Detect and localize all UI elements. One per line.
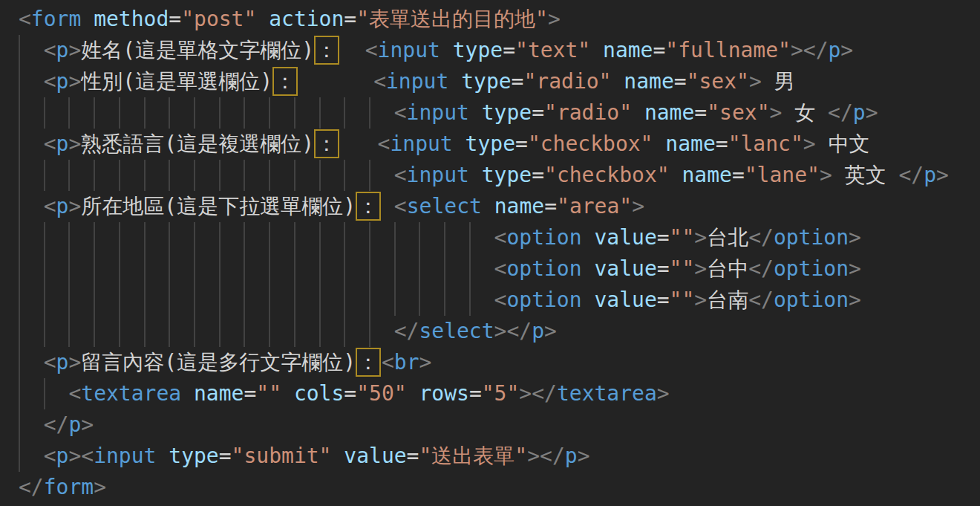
code-line: <option value="">台南</option> [19,285,980,316]
tag-punctuation: </ [540,444,565,468]
tag-name: input [407,100,469,125]
unicode-highlight-colon: ： [316,38,337,62]
tag-name: option [774,256,849,281]
code-line: <p>熟悉語言(這是複選欄位)： <input type="checkbox" … [19,129,980,160]
tag-punctuation: > [820,163,832,187]
tag-punctuation: > [68,350,81,374]
attribute-name: value [344,444,406,468]
plain-text: 中文 [816,132,870,156]
code-editor[interactable]: <form method="post" action="表單送出的目的地"><p… [0,0,980,506]
whitespace [448,69,461,94]
indent-guides [19,129,44,160]
tag-name: p [56,444,69,468]
attribute-value-string: "fullname" [665,38,791,62]
attribute-name: name [682,163,731,187]
attribute-name: name [194,381,244,406]
tag-punctuation: > [68,444,81,468]
attribute-value-string: "" [670,288,695,312]
tag-name: option [506,225,581,250]
tag-punctuation: < [373,69,386,94]
equals-sign: = [515,132,528,156]
indent-guides [19,347,44,378]
indent-guides [19,35,44,66]
whitespace [81,7,94,31]
tag-name: br [394,350,419,374]
tag-punctuation: </ [19,475,44,499]
whitespace [611,69,624,94]
indent-guides [19,409,44,441]
plain-text: 所在地區(這是下拉選單欄位) [81,194,356,218]
indent-guides [19,191,44,222]
plain-text: 英文 [832,163,899,187]
tag-punctuation: > [694,256,707,281]
tag-punctuation: </ [394,319,419,343]
tag-name: p [532,319,544,343]
plain-text: 留言內容(這是多行文字欄位) [81,350,356,374]
tag-punctuation: </ [44,412,69,437]
attribute-name: value [594,225,656,250]
tag-name: form [44,475,94,499]
attribute-name: value [594,288,656,312]
attribute-name: name [644,100,694,125]
unicode-highlight-colon: ： [316,132,337,156]
tag-name: p [565,444,578,468]
indent-guides [19,97,394,129]
tag-punctuation: > [494,319,507,343]
attribute-value-string: "checkbox" [544,163,670,187]
equals-sign: = [532,163,544,187]
equals-sign: = [244,381,256,406]
whitespace [469,100,482,125]
tag-punctuation: > [94,475,106,499]
indent-guides [19,222,494,253]
tag-name: select [419,319,494,343]
attribute-name: type [461,69,511,94]
equals-sign: = [169,7,181,31]
equals-sign: = [532,100,544,125]
whitespace [340,132,378,156]
attribute-value-string: "sex" [707,100,769,125]
equals-sign: = [512,69,524,94]
indent-guides [19,441,44,472]
code-line: </form> [19,472,980,503]
code-line: <p>留言內容(這是多行文字欄位)：<br> [19,347,980,378]
tag-punctuation: </ [748,288,774,312]
tag-punctuation: < [44,350,56,374]
tag-punctuation: > [519,381,532,406]
tag-punctuation: > [803,132,816,156]
indent-guides [19,378,68,409]
tag-punctuation: < [394,194,407,218]
tag-punctuation: > [849,225,861,250]
tag-punctuation: > [68,38,81,62]
whitespace [453,132,466,156]
tag-punctuation: < [394,163,407,187]
tag-name: p [56,69,69,94]
tag-name: input [378,38,440,62]
tag-name: p [56,194,69,218]
attribute-value-string: "radio" [523,69,611,94]
equals-sign: = [657,225,670,250]
indent-guides [19,160,394,191]
plain-text: 女 [782,100,828,125]
tag-name: input [407,163,469,187]
code-line: </select></p> [19,316,980,347]
indent-guides [19,316,394,347]
tag-punctuation: > [694,288,707,312]
attribute-name: rows [419,381,468,406]
tag-punctuation: </ [748,256,774,281]
whitespace [181,381,194,406]
equals-sign: = [657,256,670,281]
equals-sign: = [219,444,232,468]
whitespace [156,444,169,468]
unicode-highlight-colon: ： [275,69,295,94]
attribute-value-string: "sex" [687,69,749,94]
tag-punctuation: > [849,256,861,281]
tag-name: p [56,132,69,156]
whitespace [632,100,644,125]
tag-punctuation: > [849,288,861,312]
attribute-name: cols [294,381,344,406]
tag-punctuation: > [68,132,81,156]
tag-punctuation: < [365,38,378,62]
tag-punctuation: < [44,132,56,156]
tag-punctuation: > [632,194,644,218]
equals-sign: = [344,381,356,406]
